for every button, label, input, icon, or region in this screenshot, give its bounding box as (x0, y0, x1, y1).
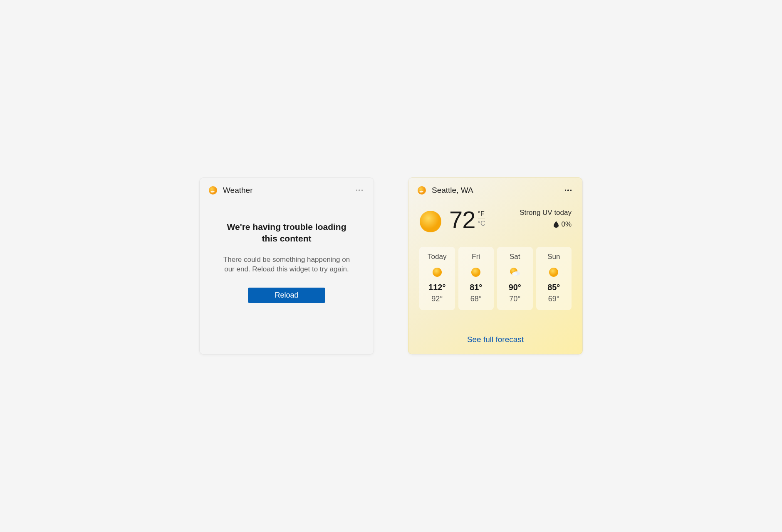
current-extra-info: Strong UV today 0% (520, 208, 572, 229)
weather-app-icon (417, 185, 427, 195)
forecast-low: 92° (431, 295, 443, 303)
forecast-high: 90° (509, 283, 521, 292)
svg-point-2 (420, 211, 441, 232)
precipitation-value: 0% (561, 220, 572, 229)
svg-point-1 (418, 186, 426, 195)
svg-point-7 (512, 272, 517, 276)
precipitation-row: 0% (520, 220, 572, 229)
forecast-row: Today 112° 92° Fri 81° 68° Sat 90° 70° S… (419, 247, 572, 310)
forecast-low: 70° (509, 295, 520, 303)
card-header: Weather (200, 178, 374, 200)
card-header: Seattle, WA (408, 178, 582, 200)
unit-fahrenheit[interactable]: °F (478, 210, 485, 219)
error-message: There could be something happening on ou… (220, 255, 353, 275)
forecast-day-label: Sun (547, 253, 560, 261)
card-title: Weather (223, 186, 354, 195)
sun-icon (470, 267, 481, 278)
forecast-day-label: Fri (472, 253, 480, 261)
more-options-button[interactable] (354, 186, 365, 195)
sun-icon (548, 267, 559, 278)
unit-toggle[interactable]: °F °C (478, 210, 485, 227)
partly-cloudy-icon (510, 267, 520, 278)
forecast-day[interactable]: Sat 90° 70° (497, 247, 533, 310)
reload-button[interactable]: Reload (248, 288, 325, 303)
svg-point-0 (209, 186, 217, 195)
more-icon (356, 190, 363, 191)
droplet-icon (554, 221, 559, 228)
uv-warning: Strong UV today (520, 209, 572, 217)
error-body: We're having trouble loading this conten… (200, 200, 374, 354)
current-temperature: 72 (449, 208, 475, 232)
forecast-high: 81° (470, 283, 482, 292)
weather-app-icon (208, 185, 218, 195)
error-heading: We're having trouble loading this conten… (224, 221, 349, 245)
forecast-day[interactable]: Today 112° 92° (419, 247, 455, 310)
temperature-block: 72 °F °C (449, 208, 485, 232)
svg-point-8 (549, 268, 558, 277)
forecast-high: 112° (428, 283, 445, 292)
forecast-day[interactable]: Fri 81° 68° (458, 247, 494, 310)
forecast-day-label: Today (428, 253, 446, 261)
forecast-high: 85° (547, 283, 560, 292)
more-options-button[interactable] (562, 186, 574, 195)
forecast-day-label: Sat (510, 253, 520, 261)
location-title: Seattle, WA (432, 186, 562, 195)
svg-point-3 (433, 268, 442, 277)
forecast-day[interactable]: Sun 85° 69° (536, 247, 572, 310)
current-conditions: 72 °F °C Strong UV today 0% (419, 203, 572, 240)
unit-celsius[interactable]: °C (478, 219, 485, 227)
sun-icon (419, 210, 442, 233)
forecast-low: 69° (548, 295, 559, 303)
more-icon (565, 190, 572, 191)
forecast-low: 68° (470, 295, 482, 303)
sun-icon (432, 267, 443, 278)
see-full-forecast-link[interactable]: See full forecast (419, 326, 572, 354)
weather-widget: Seattle, WA 72 °F (408, 177, 583, 355)
weather-widget-error: Weather We're having trouble loading thi… (199, 177, 374, 355)
svg-point-4 (471, 268, 480, 277)
